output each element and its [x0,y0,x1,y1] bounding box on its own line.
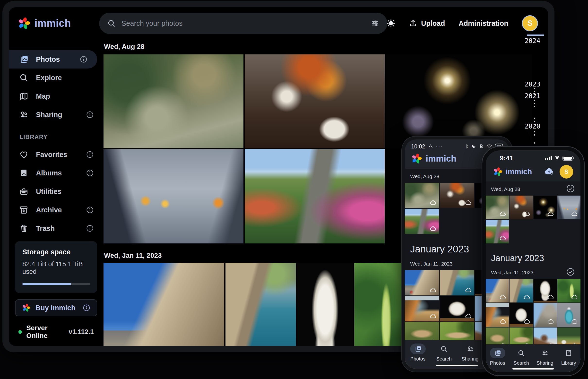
iphone-status-bar: 9:41 [493,152,573,164]
nav-label: Sharing [462,356,478,362]
search-input[interactable] [122,19,365,28]
sidebar-item-favorites[interactable]: Favorites [9,145,104,164]
photo-coastal-fort[interactable] [440,270,474,295]
sidebar-item-utilities[interactable]: Utilities [9,182,104,201]
photo-autumn-dinner-table[interactable] [440,183,474,208]
nav-sharing[interactable]: Sharing [533,348,557,366]
theme-toggle-sun-icon[interactable] [387,19,395,28]
info-icon[interactable] [83,304,90,312]
album-icon [19,168,29,178]
search-icon [436,344,452,354]
toolbox-icon [19,187,29,196]
scrubber-tick [534,100,535,101]
date-group-header: Wed, Jan 11, 2023 [486,265,533,279]
home-indicator[interactable] [436,365,478,366]
photo-garden-path[interactable] [245,149,385,243]
nav-label: Photos [490,360,505,366]
photo-coastal-fort[interactable] [509,279,533,302]
home-indicator[interactable] [512,368,554,370]
photo-fireworks[interactable] [386,54,532,148]
server-version: v1.112.1 [68,328,94,336]
search-icon [513,348,529,358]
photo-zoo-monkeys[interactable] [104,54,243,148]
photo-autumn-dinner-table[interactable] [245,54,385,148]
info-icon[interactable] [86,111,94,119]
upload-button[interactable]: Upload [409,19,445,28]
select-all-check-icon[interactable] [566,268,575,276]
photo-sea-grape-plant[interactable] [354,263,406,346]
scrubber-year[interactable]: 2023 [524,80,540,88]
immich-flower-icon [493,167,503,177]
select-all-check-icon[interactable] [566,184,575,193]
info-icon[interactable] [86,206,94,214]
search-filters-icon[interactable] [371,19,379,28]
photo-castle-ruins[interactable] [534,303,557,327]
photo-fireworks[interactable] [534,196,557,219]
app-logo[interactable]: immich [9,17,71,30]
photo-zoo-monkeys[interactable] [405,183,439,208]
cloud-backup-icon [465,200,472,206]
info-icon[interactable] [86,151,94,158]
info-icon[interactable] [86,224,94,232]
photo-marble-sculpture[interactable] [509,303,533,327]
photo-garden-path[interactable] [486,220,509,243]
photo-holding-hands[interactable] [557,196,580,219]
scrubber-year[interactable]: 2021 [524,92,540,100]
photo-garden-path[interactable] [405,209,439,234]
scrubber-year[interactable]: 2024 [524,37,540,45]
nav-sharing[interactable]: Sharing [457,344,483,362]
iphone-frame: 9:41 immich [482,146,585,376]
cloud-backup-icon [547,211,555,218]
scrubber-tick [534,106,535,107]
photo-ornament-tree[interactable] [557,303,580,327]
info-icon[interactable] [86,169,94,177]
sidebar-item-albums[interactable]: Albums [9,164,104,182]
search-bar[interactable] [99,13,387,34]
scrubber-tick [534,131,535,132]
nav-library[interactable]: Library [557,348,581,366]
iphone-header: 9:41 immich [486,150,580,181]
sidebar-item-archive[interactable]: Archive [9,201,104,219]
photo-beach-cliff[interactable] [405,296,439,321]
photo-zoo-monkeys[interactable] [486,196,509,219]
server-online-dot [18,330,22,334]
user-avatar[interactable]: S [559,165,573,179]
nav-photos[interactable]: Photos [486,348,509,366]
photo-sea-grape-plant[interactable] [557,279,580,302]
scrubber-tick [534,103,535,104]
storage-card: Storage space 82.4 TiB of 115.1 TiB used [15,241,97,293]
photo-dubrovnik-walls[interactable] [486,279,509,302]
info-icon[interactable] [80,55,87,63]
sidebar-item-sharing[interactable]: Sharing [9,105,104,124]
upload-label: Upload [421,19,445,28]
sidebar-item-photos[interactable]: Photos [9,50,97,68]
photo-beach-cliff[interactable] [486,303,509,327]
scrubber-year[interactable]: 2020 [524,123,540,130]
photo-marble-sculpture[interactable] [440,296,474,321]
sidebar-item-map[interactable]: Map [9,87,104,105]
cloud-sync-icon[interactable] [544,167,555,176]
sidebar-item-explore[interactable]: Explore [9,68,104,87]
photo-marble-bust[interactable] [534,279,557,302]
nav-photos[interactable]: Photos [405,344,431,362]
cloud-backup-icon [465,287,472,294]
cloud-backup-icon [429,313,437,320]
search-icon [107,19,116,28]
photo-dubrovnik-walls[interactable] [104,263,224,346]
nav-search[interactable]: Search [509,348,533,366]
cloud-backup-icon [547,319,555,325]
android-clock: 10:02 [411,143,425,150]
user-avatar[interactable]: S [522,15,538,31]
photo-autumn-dinner-table[interactable] [509,196,533,219]
immich-hero-composite: immich [0,0,588,379]
nav-search[interactable]: Search [431,344,457,362]
photo-coastal-fort[interactable] [225,263,296,346]
administration-link[interactable]: Administration [459,19,508,28]
photo-marble-bust[interactable] [297,263,353,346]
sidebar-item-trash[interactable]: Trash [9,219,104,237]
photo-dubrovnik-walls[interactable] [405,270,439,295]
scrubber-tick [534,121,535,122]
scrubber-position-indicator[interactable] [527,34,544,36]
photo-holding-hands[interactable] [104,149,243,243]
buy-immich-button[interactable]: Buy Immich [15,299,97,316]
